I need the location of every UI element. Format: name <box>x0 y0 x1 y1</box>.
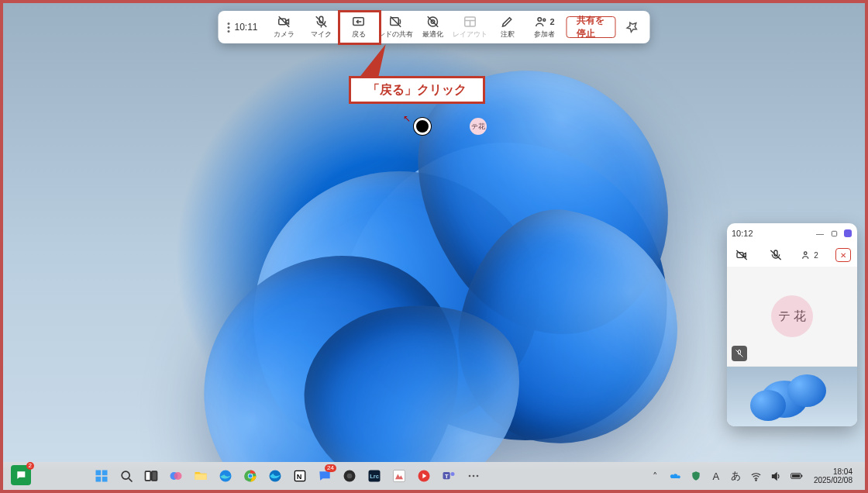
screenshot-frame <box>0 0 868 493</box>
